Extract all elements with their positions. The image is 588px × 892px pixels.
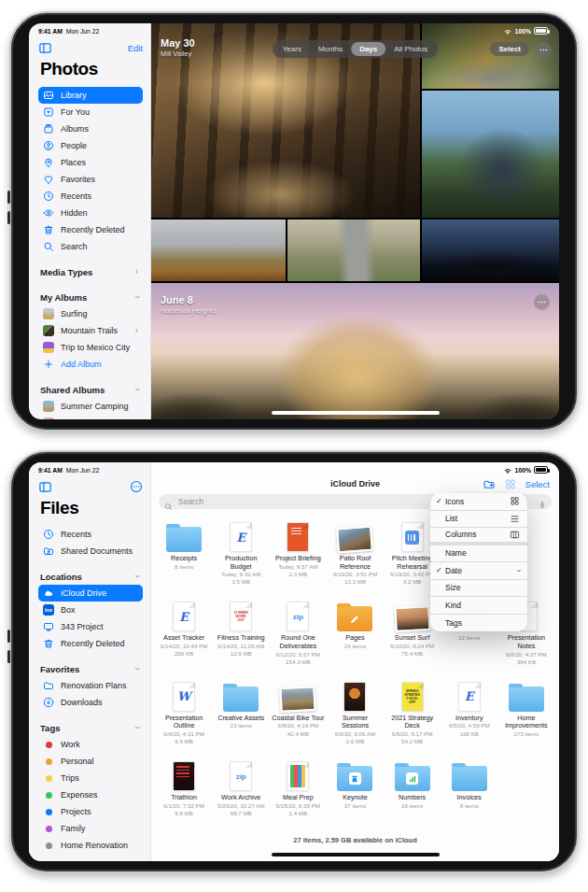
- select-button[interactable]: Select: [490, 42, 529, 56]
- view-options-icon[interactable]: [504, 478, 517, 490]
- file-item[interactable]: zip Round One Deliverables 6/12/20, 5:57…: [271, 594, 325, 665]
- sidebar-row[interactable]: Surfing: [38, 305, 143, 322]
- home-indicator[interactable]: [272, 853, 440, 857]
- file-name: Project Briefing: [275, 555, 321, 563]
- file-date: 23 items: [231, 722, 252, 729]
- file-item[interactable]: Summer Sessions 6/8/20, 9:06 AM 2.6 MB: [328, 674, 382, 745]
- photo-night-riders[interactable]: [422, 219, 559, 281]
- sidebar-row[interactable]: Mountain Trails ›: [38, 322, 143, 339]
- file-item[interactable]: Triathlon 6/1/20, 7:32 PM 5.8 MB: [157, 754, 211, 817]
- sidebar-row[interactable]: Favorites: [38, 171, 143, 188]
- file-name: Pages: [345, 634, 364, 643]
- sidebar-row[interactable]: Projects: [38, 803, 143, 820]
- photo-foggy-hillside[interactable]: [151, 219, 286, 281]
- file-item[interactable]: 12 WEEK WORK OUT Fitness Training 6/14/2…: [214, 594, 268, 665]
- file-item[interactable]: Patio Roof Reference 6/19/20, 3:51 PM 13…: [328, 515, 382, 586]
- sidebar-row[interactable]: iCloud Drive: [38, 585, 143, 602]
- file-item[interactable]: Project Briefing Today, 9:57 AM 2.3 MB: [271, 515, 325, 586]
- sidebar-row[interactable]: Add Album: [38, 356, 143, 373]
- sidebar-row-label: Places: [61, 158, 138, 167]
- sidebar-row[interactable]: Expenses: [38, 786, 143, 803]
- more-options-icon[interactable]: [130, 480, 143, 493]
- sidebar-row[interactable]: Downloads: [38, 694, 143, 711]
- sidebar-row[interactable]: Library: [38, 87, 143, 104]
- file-item[interactable]: Numbers 16 items: [385, 754, 440, 817]
- sidebar-row[interactable]: My Albums ›: [38, 289, 143, 305]
- file-item[interactable]: Meal Prep 5/25/20, 8:39 PM 1.4 MB: [271, 754, 325, 817]
- chevron-icon: ›: [132, 295, 141, 298]
- menu-item[interactable]: ✓ Date ›: [430, 562, 527, 580]
- sidebar-row[interactable]: People: [38, 137, 143, 154]
- new-folder-icon[interactable]: [483, 478, 496, 490]
- file-item[interactable]: Pages 24 items: [328, 594, 382, 665]
- file-item[interactable]: E Asset Tracker 6/14/20, 10:44 PM 296 KB: [157, 594, 211, 665]
- file-item[interactable]: Home Improvements 273 items: [499, 674, 553, 745]
- select-button[interactable]: Select: [525, 479, 550, 489]
- menu-item[interactable]: List: [430, 511, 527, 529]
- sidebar-row[interactable]: Renovation Plans: [38, 677, 143, 694]
- sidebar-row[interactable]: For You: [38, 104, 143, 120]
- doc-letter-glyph: E: [465, 689, 474, 703]
- file-item[interactable]: E Production Budget Today, 9:32 AM 3.5 M…: [214, 515, 268, 586]
- sidebar-row[interactable]: Media Types ›: [38, 263, 143, 280]
- sidebar-toggle-icon[interactable]: [38, 480, 52, 494]
- file-item[interactable]: Invoices 8 items: [442, 754, 497, 817]
- sidebar-row[interactable]: Work: [38, 736, 143, 753]
- sidebar-row-icon: [43, 224, 54, 235]
- menu-item[interactable]: Columns: [430, 528, 527, 545]
- menu-item[interactable]: Kind: [430, 597, 527, 615]
- menu-item-label: Size: [445, 583, 520, 592]
- home-indicator[interactable]: [272, 411, 440, 415]
- file-item[interactable]: Keynote 37 items: [328, 754, 382, 817]
- sidebar-row[interactable]: Shared Documents: [38, 543, 143, 559]
- file-item[interactable]: E Inventory 6/5/20, 4:59 PM 198 KB: [442, 674, 497, 745]
- sidebar-row[interactable]: Tags ›: [38, 719, 143, 736]
- segment-option[interactable]: Years: [274, 42, 310, 56]
- menu-item[interactable]: Tags: [430, 615, 527, 632]
- sidebar-row[interactable]: Home Renovation: [38, 837, 143, 854]
- sidebar-row[interactable]: Trips: [38, 770, 143, 786]
- sidebar-row[interactable]: Albums: [38, 120, 143, 137]
- photo-country-road[interactable]: [287, 219, 420, 281]
- sidebar-row[interactable]: Favorites ›: [38, 660, 143, 677]
- sidebar-row[interactable]: Search: [38, 238, 143, 255]
- menu-item-label: Name: [445, 548, 520, 558]
- photo-cyclist-portrait[interactable]: [422, 91, 559, 218]
- file-item[interactable]: SPRING STRATEGY KICK-OFF 2021 Strategy D…: [385, 674, 440, 745]
- segment-option[interactable]: Days: [351, 42, 385, 56]
- sidebar-row[interactable]: Trip to Mexico City: [38, 339, 143, 356]
- file-item[interactable]: Creative Assets 23 items: [214, 674, 268, 745]
- file-date: 6/5/20, 4:59 PM: [449, 722, 490, 729]
- more-options-button[interactable]: [534, 294, 550, 310]
- sidebar-row[interactable]: Recently Deleted: [38, 635, 143, 652]
- edit-button[interactable]: Edit: [128, 43, 143, 53]
- file-item[interactable]: zip Work Archive 5/29/20, 10:27 AM 68.7 …: [214, 754, 268, 817]
- menu-item[interactable]: Name: [430, 545, 527, 563]
- segment-option[interactable]: All Photos: [385, 42, 436, 56]
- file-date: 6/1/20, 7:32 PM: [163, 802, 204, 810]
- sidebar-row[interactable]: Recents: [38, 188, 143, 205]
- sidebar-row[interactable]: Summer Camping: [38, 398, 143, 415]
- file-item[interactable]: W Presentation Outline 6/8/20, 4:31 PM 9…: [157, 674, 211, 745]
- sidebar-row[interactable]: box Box: [38, 602, 143, 618]
- menu-item[interactable]: ✓ Icons: [430, 493, 527, 511]
- sidebar-row[interactable]: Personal: [38, 753, 143, 770]
- sidebar-row[interactable]: 343 Project: [38, 618, 143, 635]
- sidebar-row[interactable]: Recents: [38, 526, 143, 543]
- file-size: 5.8 MB: [175, 810, 193, 817]
- sidebar-row[interactable]: Family: [38, 820, 143, 837]
- sidebar-row[interactable]: Places: [38, 154, 143, 171]
- folder-badge-icon: [349, 772, 361, 785]
- sidebar-toggle-icon[interactable]: [38, 41, 52, 55]
- sidebar-row[interactable]: Locations ›: [38, 568, 143, 585]
- sidebar-row[interactable]: Shared Albums ›: [38, 381, 143, 398]
- sidebar-row[interactable]: Hidden: [38, 205, 143, 221]
- sidebar-row[interactable]: Recently Deleted: [38, 221, 143, 238]
- file-item[interactable]: Coastal Bike Tour 6/8/20, 4:19 PM 42.4 M…: [271, 674, 325, 745]
- sidebar-row[interactable]: Sarah's Baby Shower: [38, 415, 143, 419]
- microphone-icon[interactable]: [539, 497, 546, 507]
- file-item[interactable]: Receipts 8 items: [157, 515, 211, 586]
- menu-item[interactable]: Size: [430, 580, 527, 598]
- more-options-button[interactable]: [536, 42, 552, 58]
- segment-option[interactable]: Months: [310, 42, 351, 56]
